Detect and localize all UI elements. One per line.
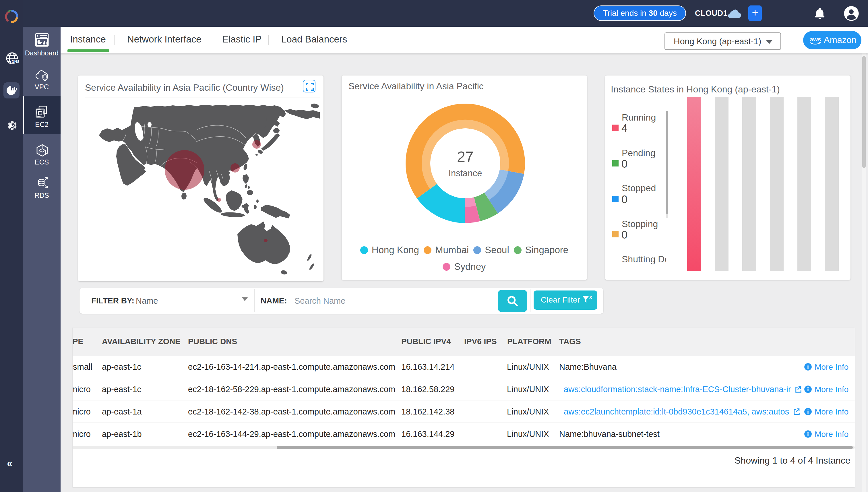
svg-text:DNS: DNS bbox=[11, 59, 19, 64]
svg-text:27: 27 bbox=[457, 148, 474, 165]
svg-text:aws: aws bbox=[810, 36, 821, 43]
svg-text:x: x bbox=[589, 294, 592, 300]
svg-text:Instance: Instance bbox=[448, 168, 482, 178]
